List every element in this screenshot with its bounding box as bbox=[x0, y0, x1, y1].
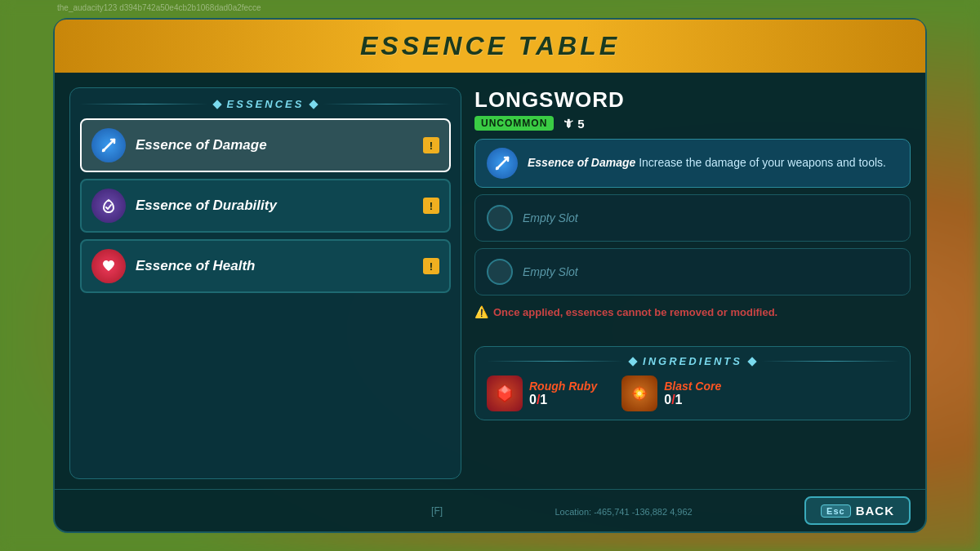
content-area: ESSENCES Essence of Damage bbox=[55, 73, 925, 489]
warning-icon: ⚠️ bbox=[474, 305, 488, 318]
f-key-hint: [F] bbox=[431, 505, 443, 517]
blast-core-icon bbox=[621, 375, 657, 411]
essence-badge-durability: ! bbox=[423, 198, 439, 214]
blast-core-need: 1 bbox=[675, 393, 683, 407]
back-button[interactable]: Esc BACK bbox=[804, 496, 911, 525]
ingredients-label: INGREDIENTS bbox=[643, 355, 742, 367]
slot-empty-2: Empty Slot bbox=[474, 248, 911, 295]
weapon-info: LONGSWORD UNCOMMON 🗡 5 bbox=[474, 87, 911, 131]
ing-diamond-left bbox=[628, 357, 637, 366]
filled-slot-text: Essence of Damage Increase the damage of… bbox=[528, 155, 886, 171]
blast-core-name: Blast Core bbox=[664, 380, 721, 393]
rarity-badge: UNCOMMON bbox=[474, 116, 554, 131]
essence-name-durability: Essence of Durability bbox=[136, 198, 423, 214]
ingredients-panel: INGREDIENTS bbox=[474, 346, 911, 420]
blast-core-count: 0/1 bbox=[664, 393, 721, 407]
blast-core-info: Blast Core 0/1 bbox=[664, 380, 721, 407]
bottom-bar: [F] Location: -465,741 -136,882 4,962 Es… bbox=[55, 489, 925, 531]
empty-slot-circle-1 bbox=[487, 205, 513, 231]
essence-badge-damage: ! bbox=[423, 137, 439, 153]
rough-ruby-name: Rough Ruby bbox=[529, 380, 597, 393]
ingredient-rough-ruby: Rough Ruby 0/1 bbox=[487, 375, 597, 411]
slot-empty-1: Empty Slot bbox=[474, 194, 911, 242]
essence-item-damage[interactable]: Essence of Damage ! bbox=[80, 118, 451, 172]
back-label: BACK bbox=[856, 504, 894, 518]
weapon-rarity-row: UNCOMMON 🗡 5 bbox=[474, 116, 911, 131]
weapon-name: LONGSWORD bbox=[474, 87, 911, 113]
title-bar: ESSENCE TABLE bbox=[55, 20, 925, 73]
sword-icon: 🗡 bbox=[562, 117, 573, 130]
back-key: Esc bbox=[821, 504, 851, 518]
rough-ruby-need: 1 bbox=[540, 393, 547, 407]
slot-filled: Essence of Damage Increase the damage of… bbox=[474, 139, 911, 188]
essences-header: ESSENCES bbox=[80, 98, 451, 110]
essence-badge-health: ! bbox=[423, 258, 439, 274]
essence-icon-health bbox=[91, 249, 126, 283]
svg-point-3 bbox=[102, 149, 105, 152]
main-panel: ESSENCE TABLE ESSENCES bbox=[53, 18, 927, 533]
essence-name-health: Essence of Health bbox=[136, 258, 423, 274]
svg-point-7 bbox=[496, 167, 499, 170]
blast-core-have: 0 bbox=[664, 393, 671, 407]
right-panel: LONGSWORD UNCOMMON 🗡 5 bbox=[474, 87, 911, 479]
header-diamond-right bbox=[310, 100, 318, 109]
rough-ruby-count: 0/1 bbox=[529, 393, 597, 407]
ing-line-right bbox=[762, 361, 898, 362]
empty-slot-circle-2 bbox=[487, 259, 513, 285]
ingredients-header: INGREDIENTS bbox=[487, 355, 898, 367]
warning-message: Once applied, essences cannot be removed… bbox=[493, 306, 777, 318]
essences-label: ESSENCES bbox=[227, 98, 305, 110]
empty-slot-text-2: Empty Slot bbox=[523, 265, 578, 278]
page-title: ESSENCE TABLE bbox=[55, 31, 925, 61]
filled-slot-icon bbox=[487, 148, 518, 179]
svg-point-13 bbox=[638, 392, 642, 396]
ing-diamond-right bbox=[747, 357, 756, 366]
user-info: the_audacity123 d394b742a50e4cb2b1068dad… bbox=[57, 3, 261, 12]
essence-name-damage: Essence of Damage bbox=[136, 137, 423, 153]
weapon-count-number: 5 bbox=[577, 117, 584, 131]
essence-item-health[interactable]: Essence of Health ! bbox=[80, 239, 451, 293]
rough-ruby-icon bbox=[487, 375, 523, 411]
weapon-count: 🗡 5 bbox=[562, 117, 584, 131]
coordinates: Location: -465,741 -136,882 4,962 bbox=[555, 507, 692, 517]
filled-slot-description: Increase the damage of your weapons and … bbox=[639, 156, 886, 169]
rough-ruby-have: 0 bbox=[529, 393, 537, 407]
essence-icon-durability bbox=[91, 189, 126, 223]
ingredients-items: Rough Ruby 0/1 bbox=[487, 375, 898, 411]
warning-text: ⚠️ Once applied, essences cannot be remo… bbox=[474, 305, 911, 318]
rough-ruby-info: Rough Ruby 0/1 bbox=[529, 380, 597, 407]
slots-area: Essence of Damage Increase the damage of… bbox=[474, 139, 911, 318]
empty-slot-text-1: Empty Slot bbox=[523, 211, 578, 224]
essences-panel: ESSENCES Essence of Damage bbox=[69, 87, 461, 479]
ingredient-blast-core: Blast Core 0/1 bbox=[621, 375, 721, 411]
header-diamond-left bbox=[212, 100, 221, 109]
ing-line-left bbox=[487, 361, 623, 362]
header-line-right bbox=[323, 104, 451, 104]
filled-slot-essence-name: Essence of Damage bbox=[528, 156, 635, 169]
essence-item-durability[interactable]: Essence of Durability ! bbox=[80, 179, 451, 233]
header-line-left bbox=[80, 104, 207, 104]
essence-icon-damage bbox=[91, 128, 126, 162]
essence-list: Essence of Damage ! Essence of Durabilit… bbox=[80, 118, 451, 293]
